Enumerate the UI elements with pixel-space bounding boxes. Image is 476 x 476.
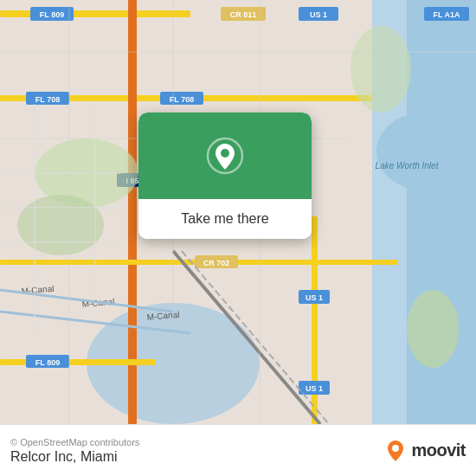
svg-text:FL 809: FL 809	[40, 10, 64, 19]
moovit-pin-icon	[383, 439, 408, 463]
svg-text:FL 809: FL 809	[35, 358, 60, 367]
svg-text:Lake Worth Inlet: Lake Worth Inlet	[376, 161, 440, 170]
svg-point-41	[17, 195, 104, 255]
svg-text:US 1: US 1	[306, 293, 323, 302]
map-container: FL 809 US 1 CR 811 FL A1A FL 708 FL 708 …	[0, 0, 476, 424]
moovit-logo: moovit	[383, 439, 466, 463]
popup-card: Take me there	[138, 113, 312, 239]
svg-point-42	[407, 290, 459, 368]
svg-rect-5	[0, 10, 190, 17]
moovit-brand-text: moovit	[411, 441, 466, 460]
map-attribution: © OpenStreetMap contributors	[10, 437, 139, 447]
svg-text:FL 708: FL 708	[35, 95, 60, 104]
popup-green-area	[138, 113, 312, 199]
svg-rect-27	[0, 359, 156, 365]
svg-text:US 1: US 1	[310, 10, 327, 19]
svg-point-59	[392, 445, 399, 452]
svg-point-43	[351, 26, 411, 113]
bottom-left-info: © OpenStreetMap contributors Relcor Inc,…	[10, 437, 139, 465]
location-pin-icon	[206, 137, 244, 175]
location-label: Relcor Inc, Miami	[10, 449, 139, 465]
svg-text:CR 811: CR 811	[230, 10, 257, 19]
svg-text:FL A1A: FL A1A	[433, 10, 460, 19]
svg-text:US 1: US 1	[306, 384, 323, 393]
svg-text:CR 702: CR 702	[203, 259, 230, 267]
take-me-there-button[interactable]: Take me there	[138, 199, 312, 239]
svg-point-58	[221, 149, 229, 158]
bottom-bar: © OpenStreetMap contributors Relcor Inc,…	[0, 424, 476, 476]
